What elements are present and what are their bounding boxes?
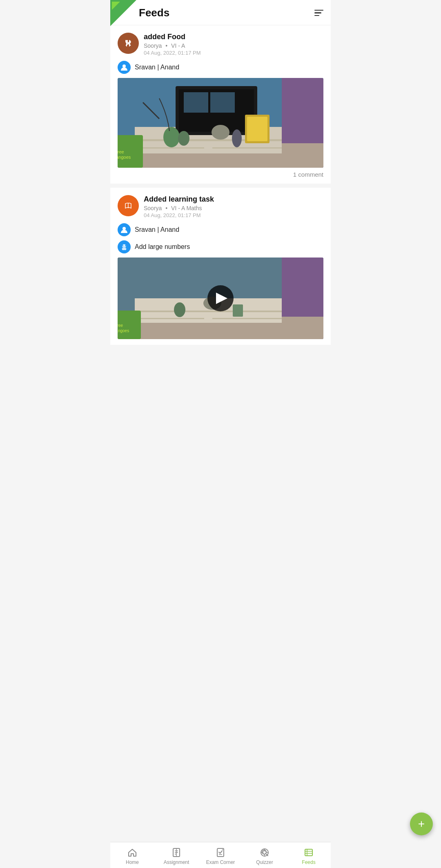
svg-line-51 (222, 849, 223, 850)
food-icon (122, 38, 134, 49)
post-header-2: Added learning task Soorya • VI - A Math… (118, 195, 323, 218)
svg-rect-37 (212, 318, 282, 319)
svg-point-41 (174, 302, 185, 317)
post-author-2: Soorya (144, 205, 162, 211)
nav-item-assignment[interactable]: Assignment (154, 842, 198, 868)
post-date-1: 04 Aug, 2022, 01:17 PM (144, 50, 323, 56)
brain-icon (120, 243, 128, 251)
post-avatar-learning (118, 195, 139, 216)
nav-label-assignment: Assignment (164, 859, 189, 865)
nav-item-quizzer[interactable]: Quizzer (243, 842, 287, 868)
post-class-2: VI - A Maths (171, 205, 202, 211)
post-image-svg-1: Three Mangoes (118, 78, 323, 168)
play-button[interactable] (207, 285, 234, 311)
nav-label-quizzer: Quizzer (256, 859, 273, 865)
post-video-2[interactable]: Three Mangoes (118, 258, 323, 339)
home-icon (127, 847, 138, 858)
svg-point-18 (163, 127, 180, 147)
nav-label-feeds: Feeds (302, 859, 315, 865)
svg-rect-12 (210, 92, 235, 113)
post-topic-row-2: Add large numbers (118, 240, 323, 253)
svg-text:Three: Three (118, 323, 123, 328)
svg-point-23 (178, 131, 189, 146)
header: Feeds (110, 0, 331, 25)
content-area: added Food Soorya • VI - A 04 Aug, 2022,… (110, 25, 331, 379)
svg-text:Mangoes: Mangoes (118, 329, 129, 333)
feed-card-2: Added learning task Soorya • VI - A Math… (110, 188, 331, 345)
nav-label-home: Home (126, 859, 139, 865)
post-user-1: Sravan | Anand (135, 64, 179, 71)
feeds-icon (303, 847, 314, 858)
post-info-2: Added learning task Soorya • VI - A Math… (144, 195, 323, 218)
user-avatar-2 (118, 223, 131, 236)
post-class-1: VI - A (171, 42, 185, 49)
bottom-nav: Home Assignment Exam Corner (110, 842, 331, 868)
person-icon-1 (120, 64, 128, 71)
svg-rect-15 (212, 147, 282, 149)
exam-corner-icon (215, 847, 226, 858)
comment-count-1[interactable]: 1 comment (118, 171, 323, 178)
svg-rect-60 (305, 849, 312, 856)
post-user-row-1: Sravan | Anand (118, 61, 323, 74)
svg-text:Three: Three (118, 149, 124, 154)
svg-rect-36 (135, 318, 204, 319)
svg-point-29 (122, 245, 124, 246)
assignment-icon (171, 847, 182, 858)
filter-button[interactable] (314, 10, 323, 16)
quizzer-icon (259, 847, 270, 858)
comment-text-1: 1 comment (293, 171, 323, 178)
feed-card-1: added Food Soorya • VI - A 04 Aug, 2022,… (110, 25, 331, 184)
topic-icon-2 (118, 240, 131, 253)
post-title-1: added Food (144, 33, 323, 41)
svg-point-30 (125, 245, 126, 246)
svg-rect-43 (233, 304, 243, 317)
nav-item-feeds[interactable]: Feeds (287, 842, 331, 868)
post-date-2: 04 Aug, 2022, 01:17 PM (144, 212, 323, 218)
person-icon-2 (120, 226, 128, 233)
page-title: Feeds (139, 7, 169, 19)
svg-point-22 (212, 125, 229, 140)
svg-text:Mangoes: Mangoes (118, 155, 131, 160)
svg-rect-11 (184, 92, 208, 113)
svg-rect-17 (247, 117, 267, 141)
post-meta-2: Soorya • VI - A Maths (144, 205, 323, 211)
post-info-1: added Food Soorya • VI - A 04 Aug, 2022,… (144, 33, 323, 56)
post-meta-1: Soorya • VI - A (144, 42, 323, 49)
nav-item-exam-corner[interactable]: Exam Corner (198, 842, 243, 868)
nav-item-home[interactable]: Home (110, 842, 154, 868)
post-topic-2: Add large numbers (135, 243, 190, 251)
svg-point-4 (122, 64, 126, 68)
post-user-row-2: Sravan | Anand (118, 223, 323, 236)
nav-label-exam-corner: Exam Corner (206, 859, 235, 865)
logo-inner (112, 2, 120, 10)
post-avatar-food (118, 33, 139, 54)
post-author-1: Soorya (144, 42, 162, 49)
post-user-2: Sravan | Anand (135, 226, 179, 233)
user-avatar-1 (118, 61, 131, 74)
post-header-1: added Food Soorya • VI - A 04 Aug, 2022,… (118, 33, 323, 56)
svg-rect-14 (135, 147, 204, 149)
learning-icon (122, 200, 134, 211)
post-title-2: Added learning task (144, 195, 323, 204)
post-image-1: Three Mangoes (118, 78, 323, 168)
svg-rect-35 (135, 311, 282, 312)
svg-point-24 (232, 129, 242, 147)
svg-point-27 (122, 227, 126, 230)
